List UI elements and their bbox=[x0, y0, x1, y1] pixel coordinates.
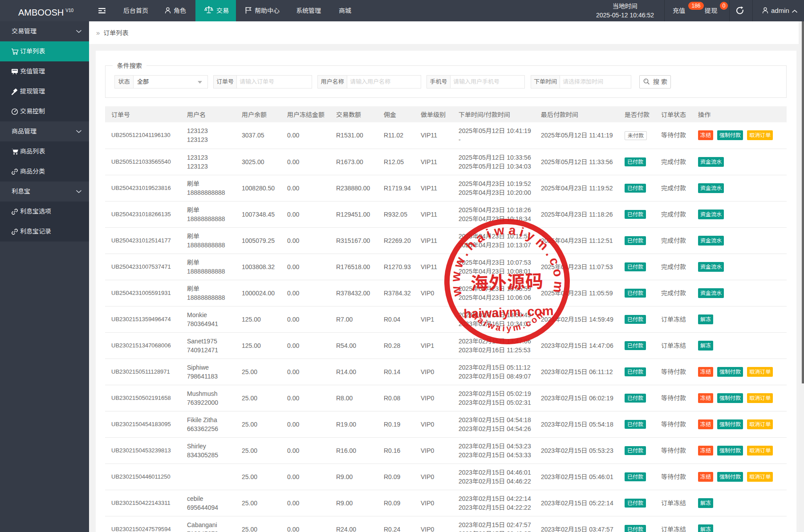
svg-text:海外源码: 海外源码 bbox=[470, 267, 544, 295]
